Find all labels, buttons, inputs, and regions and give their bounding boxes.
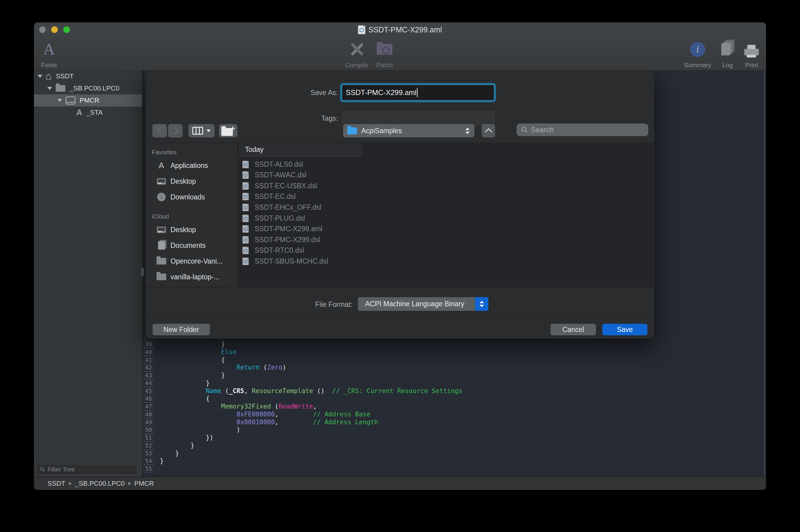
line-number: 47 [144, 402, 154, 410]
printer-icon [744, 49, 759, 55]
file-row[interactable]: SSDT-EHCx_OFF.dsl [239, 202, 362, 213]
view-mode-button[interactable] [188, 124, 215, 137]
disclosure-triangle-icon[interactable] [47, 87, 52, 90]
divider [146, 318, 654, 318]
fonts-toolbar-button[interactable]: A Fonts [34, 41, 64, 69]
file-row[interactable]: SSDT-SBUS-MCHC.dsl [239, 256, 362, 267]
sidebar-item-label: Documents [170, 242, 206, 250]
code-line: 50 ) [144, 426, 766, 434]
go-up-button[interactable] [482, 124, 495, 137]
new-folder-button[interactable]: New Folder [153, 324, 210, 335]
sidebar-item-applications[interactable]: Applications [146, 158, 238, 173]
popup-cap [475, 297, 488, 311]
code-line: 55 [144, 465, 766, 473]
save-as-input[interactable]: SSDT-PMC-X299.aml [341, 84, 495, 101]
file-document-icon [243, 247, 248, 254]
log-pages-icon [721, 43, 730, 55]
file-browser: FavoritesApplicationsDesktopDownloadsiCl… [146, 143, 655, 287]
code-line: 47 Memory32Fixed (ReadWrite, [144, 402, 766, 410]
folder-plus-icon: + [221, 126, 235, 136]
log-toolbar-button[interactable]: Log [714, 41, 741, 69]
code-line: 53 } [144, 450, 766, 457]
folder-icon [156, 258, 166, 265]
location-popup[interactable]: AcpiSamples [343, 124, 475, 137]
device-icon [66, 97, 75, 104]
minimize-button[interactable] [51, 26, 58, 33]
file-row[interactable]: SSDT-PLUG.dsl [239, 213, 362, 224]
line-number: 39 [144, 340, 154, 348]
sidebar-item-documents[interactable]: Documents [146, 238, 238, 253]
tree-item-sta[interactable]: _STA [34, 107, 142, 119]
chevron-right-icon [69, 482, 72, 486]
summary-toolbar-button[interactable]: i Summary [684, 41, 711, 69]
forward-button[interactable] [168, 124, 183, 137]
sidebar-item-label: Desktop [170, 177, 196, 186]
info-icon: i [690, 42, 705, 57]
filter-tree-input[interactable]: Filter Tree [36, 464, 137, 475]
print-toolbar-button[interactable]: Print [738, 41, 765, 69]
file-row[interactable]: SSDT-ALS0.dsl [239, 159, 362, 170]
titlebar-toolbar: SSDT-PMC-X299.aml A Fonts Compile Patch … [34, 22, 766, 71]
popup-updown-icon [480, 301, 484, 307]
window-title: SSDT-PMC-X299.aml [358, 24, 442, 35]
code-line: 52 } [144, 441, 766, 450]
text-cursor [417, 88, 417, 97]
sidebar-item-desktop[interactable]: Desktop [146, 222, 238, 238]
sidebar-item-opencore-vani-[interactable]: Opencore-Vani... [146, 253, 238, 269]
line-number: 43 [144, 371, 154, 379]
file-document-icon [243, 225, 248, 233]
tree-item-pmcr[interactable]: PMCR [34, 94, 142, 107]
file-row[interactable]: SSDT-AWAC.dsl [239, 170, 362, 180]
pane-splitter-handle[interactable] [141, 267, 144, 277]
file-row[interactable]: SSDT-EC.dsl [239, 191, 362, 202]
close-button[interactable] [39, 26, 46, 33]
desktop-icon [156, 178, 166, 185]
file-document-icon [243, 193, 248, 200]
code-line: 40 Else [144, 348, 766, 356]
file-row[interactable]: SSDT-RTC0.dsl [239, 245, 362, 256]
file-row[interactable]: SSDT-PMC-X299.aml [239, 224, 362, 234]
file-name: SSDT-PMC-X299.dsl [255, 236, 320, 244]
filter-placeholder: Filter Tree [48, 466, 75, 473]
fonts-icon: A [43, 41, 55, 57]
zoom-button[interactable] [63, 26, 70, 33]
file-document-icon [243, 258, 248, 265]
disclosure-triangle-icon[interactable] [38, 75, 42, 78]
tree-item-sb-pc00-lpc0[interactable]: _SB.PC00.LPC0 [34, 82, 142, 94]
applications-icon [156, 161, 166, 170]
chevron-down-icon [206, 130, 211, 132]
search-input[interactable]: Search [517, 124, 648, 136]
sidebar-item-downloads[interactable]: Downloads [146, 189, 238, 205]
file-row[interactable]: SSDT-EC-USBX.dsl [239, 180, 362, 191]
line-number: 55 [144, 465, 154, 473]
sidebar-group-title: iCloud [146, 211, 238, 222]
search-placeholder: Search [531, 126, 554, 134]
home-icon [45, 71, 52, 81]
desktop: 39 }40 Else41 {42 Return (Zero)43 }44 }4… [0, 0, 800, 532]
breadcrumb-item: SSDT [48, 480, 66, 488]
status-breadcrumb: SSDT _SB.PC00.LPC0 PMCR [34, 477, 766, 490]
sidebar-item-vanilla-laptop-[interactable]: vanilla-laptop-... [146, 269, 238, 285]
file-format-popup[interactable]: ACPI Machine Language Binary [358, 297, 488, 311]
tree-item-ssdt[interactable]: SSDT [34, 70, 142, 82]
line-number: 52 [144, 441, 154, 450]
code-line: 54} [144, 457, 766, 465]
search-icon [40, 467, 45, 472]
file-document-icon [243, 171, 248, 179]
line-number: 49 [144, 418, 154, 426]
disclosure-triangle-icon[interactable] [57, 99, 62, 102]
file-name: SSDT-RTC0.dsl [255, 246, 304, 254]
compile-tools-icon [348, 41, 365, 58]
file-row[interactable]: SSDT-PMC-X299.dsl [239, 234, 362, 245]
code-line: 42 Return (Zero) [144, 363, 766, 371]
new-folder-icon-button[interactable]: + [219, 124, 237, 137]
tags-input[interactable] [341, 111, 495, 125]
code-line: 46 { [144, 395, 766, 402]
file-document-icon [243, 204, 248, 211]
cancel-button[interactable]: Cancel [551, 324, 596, 335]
chevron-up-icon [485, 128, 492, 135]
sidebar-item-desktop[interactable]: Desktop [146, 173, 238, 189]
back-button[interactable] [152, 124, 167, 137]
patch-toolbar-button[interactable]: Patch [366, 41, 403, 69]
save-button[interactable]: Save [602, 324, 647, 335]
